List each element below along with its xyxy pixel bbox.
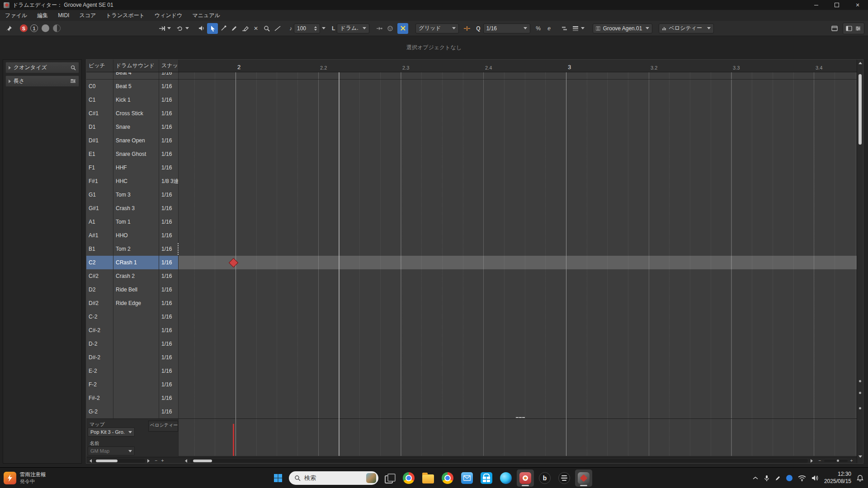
grid-row[interactable] — [179, 134, 858, 147]
list-scroll-left-icon[interactable] — [88, 458, 94, 464]
drum-row-G#1[interactable]: G#1Crash 31/16 — [86, 202, 858, 215]
snap-cell[interactable]: 1/16 — [159, 269, 179, 283]
snap-cell[interactable]: 1/16 — [159, 283, 179, 296]
notification-bell-icon[interactable] — [857, 475, 863, 482]
audition-speaker-icon[interactable] — [196, 23, 207, 34]
sound-cell[interactable] — [113, 364, 159, 378]
drum-row-D-2[interactable]: D-21/16 — [86, 337, 858, 351]
grid-row[interactable] — [179, 364, 858, 378]
object-selection-tool[interactable] — [207, 23, 218, 34]
chevron-up-icon[interactable] — [752, 476, 759, 480]
sound-cell[interactable] — [113, 405, 159, 418]
hzoom-in-icon[interactable]: + — [849, 458, 854, 464]
name-select[interactable]: GM Map — [88, 446, 135, 455]
lanes-dropdown-icon[interactable] — [581, 27, 585, 29]
pitch-cell[interactable]: C2 — [86, 256, 113, 269]
pitch-cell[interactable]: D#2 — [86, 296, 113, 310]
browser-icon[interactable] — [439, 469, 456, 487]
pitch-cell[interactable]: B1 — [86, 242, 113, 256]
sound-cell[interactable] — [113, 310, 159, 324]
task-view-icon[interactable] — [381, 469, 398, 487]
scroll-down-icon[interactable] — [859, 455, 862, 458]
pitch-cell[interactable]: C#1 — [86, 107, 113, 120]
pitch-cell[interactable]: A1 — [86, 215, 113, 229]
sound-cell[interactable]: Ride Edge — [113, 296, 159, 310]
lanes-icon[interactable] — [570, 23, 581, 34]
close-button[interactable]: ✕ — [847, 0, 868, 10]
grid-row[interactable] — [179, 391, 858, 405]
volume-icon[interactable] — [811, 475, 819, 481]
cubase-icon[interactable] — [575, 469, 592, 487]
timeline-scroll-left-icon[interactable] — [183, 458, 189, 464]
autoscroll-icon[interactable] — [156, 23, 167, 34]
maximize-button[interactable] — [826, 0, 847, 10]
edge-icon[interactable] — [497, 469, 514, 487]
snap-cell[interactable]: 1/16 — [159, 202, 179, 215]
part-edit-mode-icon[interactable] — [559, 23, 570, 34]
solo-editor-button[interactable]: S — [20, 24, 28, 32]
hzoom-slider[interactable] — [824, 460, 848, 462]
drumstick-tool[interactable] — [218, 23, 229, 34]
hzoom-slider-thumb[interactable] — [837, 460, 839, 462]
sound-cell[interactable] — [113, 378, 159, 391]
drum-row-F-2[interactable]: F-21/16 — [86, 378, 858, 391]
drum-row-D#1[interactable]: D#1Snare Open1/16 — [86, 134, 858, 147]
inspector-section-quantize[interactable]: クオンタイズ — [5, 62, 79, 73]
snap-cell[interactable]: 1/16 — [159, 296, 179, 310]
snap-cell[interactable]: 1/16 — [159, 107, 179, 120]
snap-cell[interactable]: 1/16 — [159, 242, 179, 256]
pitch-cell[interactable]: D#-2 — [86, 351, 113, 364]
grid-row[interactable] — [179, 324, 858, 337]
menu-item-MIDI[interactable]: MIDI — [53, 10, 74, 21]
pitch-cell[interactable]: D1 — [86, 120, 113, 134]
pitch-cell[interactable]: D#1 — [86, 134, 113, 147]
sound-cell[interactable]: Beat 4 — [113, 72, 159, 80]
grid-row[interactable] — [179, 269, 858, 283]
drum-row-F#-2[interactable]: F#-21/16 — [86, 391, 858, 405]
snap-cell[interactable]: 1/16 — [159, 310, 179, 324]
grid-row[interactable] — [179, 229, 858, 242]
sound-cell[interactable]: Beat 5 — [113, 80, 159, 93]
grid-row[interactable] — [179, 310, 858, 324]
grid-row[interactable] — [179, 120, 858, 134]
loop-icon[interactable] — [175, 23, 185, 34]
grid-row[interactable] — [179, 215, 858, 229]
list-zoom-in-icon[interactable]: + — [160, 458, 165, 464]
menu-item-ファイル[interactable]: ファイル — [0, 10, 32, 21]
mic-icon[interactable] — [764, 475, 769, 482]
sound-cell[interactable]: Cross Stick — [113, 107, 159, 120]
grid-row[interactable] — [179, 296, 858, 310]
sound-cell[interactable]: HHO — [113, 229, 159, 242]
snap-cell[interactable]: 1/16 — [159, 120, 179, 134]
grid-row[interactable] — [179, 283, 858, 296]
blue-circle-app-icon[interactable] — [786, 475, 793, 481]
drum-row-C#2[interactable]: C#2Crash 21/16 — [86, 269, 858, 283]
snap-cell[interactable]: 1/16 — [159, 351, 179, 364]
store-icon[interactable] — [478, 469, 495, 487]
draw-tool[interactable] — [229, 23, 240, 34]
drum-row-A#1[interactable]: A#1HHO1/16 — [86, 229, 858, 242]
grid-row[interactable] — [179, 147, 858, 161]
quantize-field[interactable]: 1/16 — [483, 23, 530, 33]
pen-icon[interactable] — [775, 475, 781, 481]
dark-b-app-icon[interactable]: b — [536, 469, 553, 487]
pitch-cell[interactable]: C#-2 — [86, 324, 113, 337]
sound-cell[interactable] — [113, 337, 159, 351]
pitch-cell[interactable]: A#1 — [86, 229, 113, 242]
grid-row[interactable] — [179, 351, 858, 364]
setup-icon[interactable] — [855, 26, 861, 31]
menu-item-スコア[interactable]: スコア — [74, 10, 101, 21]
grid-row[interactable] — [179, 80, 858, 93]
grid-row[interactable] — [179, 337, 858, 351]
monitor-button[interactable] — [53, 24, 61, 32]
start-button[interactable] — [269, 469, 287, 487]
snap-cell[interactable]: 1/16 — [159, 72, 179, 80]
drum-row-E-2[interactable]: E-21/16 — [86, 364, 858, 378]
vzoom-dot-2[interactable] — [859, 392, 861, 394]
list-scroll-right-icon[interactable] — [146, 458, 151, 464]
drum-row-D#2[interactable]: D#2Ride Edge1/16 — [86, 296, 858, 310]
timeline-scroll-right-icon[interactable] — [809, 458, 815, 464]
sound-cell[interactable]: HHF — [113, 161, 159, 174]
sound-cell[interactable]: Ride Bell — [113, 283, 159, 296]
step-input-icon[interactable] — [374, 23, 385, 34]
